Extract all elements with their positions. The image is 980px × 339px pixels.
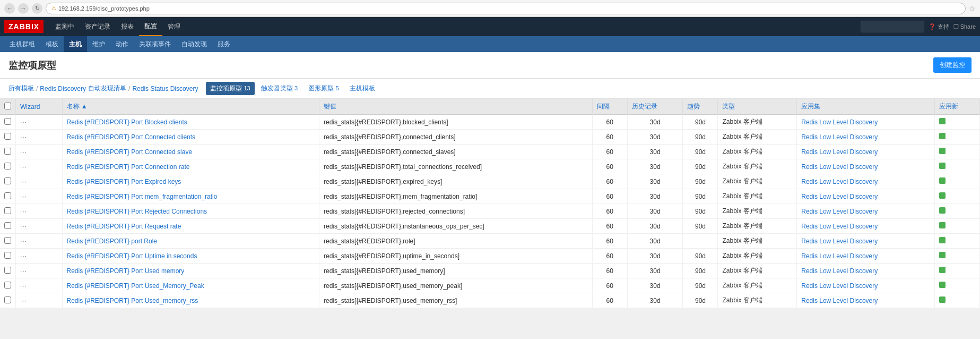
nav-config[interactable]: 配置 xyxy=(139,17,162,36)
tab-monitor-prototype[interactable]: 监控项原型 13 xyxy=(206,82,255,95)
row-checkbox[interactable] xyxy=(4,177,11,184)
row-name-link[interactable]: Redis {#REDISPORT} Port Rejected Connect… xyxy=(67,208,207,215)
row-name-link[interactable]: Redis {#REDISPORT} Port Used memory xyxy=(67,267,185,275)
url-bar[interactable]: ⚠ 192.168.2.159/disc_prototypes.php xyxy=(46,3,966,14)
row-app-group-cell: Redis Low Level Discovery xyxy=(797,219,934,234)
sec-nav-host-groups[interactable]: 主机群组 xyxy=(4,36,40,52)
nav-assets[interactable]: 资产记录 xyxy=(80,17,116,36)
row-name-link[interactable]: Redis {#REDISPORT} Port Connected slave xyxy=(67,148,193,156)
row-checkbox[interactable] xyxy=(4,192,11,199)
row-name-link[interactable]: Redis {#REDISPORT} Port Used_Memory_Peak xyxy=(67,282,204,290)
top-search-input[interactable] xyxy=(861,21,924,32)
sec-nav-templates[interactable]: 模板 xyxy=(40,36,64,52)
row-type-value: Zabbix 客户端 xyxy=(722,163,762,170)
row-key-value: redis_stats[{#REDISPORT},used_memory] xyxy=(324,267,445,275)
row-type-value: Zabbix 客户端 xyxy=(722,237,762,244)
row-name-cell: Redis {#REDISPORT} port Role xyxy=(62,234,319,249)
tab-trigger-type[interactable]: 触发器类型 3 xyxy=(257,82,302,95)
row-name-link[interactable]: Redis {#REDISPORT} port Role xyxy=(67,238,158,245)
row-name-link[interactable]: Redis {#REDISPORT} Port mem_fragmentatio… xyxy=(67,193,218,200)
bc-auto-discovery-list[interactable]: 自动发现清单 xyxy=(88,84,126,93)
sec-nav-correlations[interactable]: 关联项事件 xyxy=(134,36,176,52)
row-checkbox-cell xyxy=(0,234,16,249)
row-app-group-link[interactable]: Redis Low Level Discovery xyxy=(801,133,878,141)
row-checkbox-cell xyxy=(0,264,16,278)
row-checkbox[interactable] xyxy=(4,282,11,289)
back-button[interactable]: ← xyxy=(4,3,15,14)
bookmark-star-icon[interactable]: ☆ xyxy=(969,4,976,13)
row-checkbox[interactable] xyxy=(4,237,11,244)
row-name-link[interactable]: Redis {#REDISPORT} Port Connection rate xyxy=(67,163,190,171)
row-checkbox[interactable] xyxy=(4,133,11,140)
sec-nav-maintenance[interactable]: 维护 xyxy=(87,36,110,52)
row-action-dots[interactable]: ··· xyxy=(20,208,27,215)
row-app-group-link[interactable]: Redis Low Level Discovery xyxy=(801,193,878,200)
create-button[interactable]: 创建监控 xyxy=(933,57,972,73)
bc-redis-status-discovery[interactable]: Redis Status Discovery xyxy=(132,85,198,92)
col-name[interactable]: 名称 ▲ xyxy=(62,99,319,115)
row-app-group-link[interactable]: Redis Low Level Discovery xyxy=(801,267,878,275)
row-checkbox[interactable] xyxy=(4,296,11,303)
row-app-group-link[interactable]: Redis Low Level Discovery xyxy=(801,163,878,171)
sec-nav-hosts[interactable]: 主机 xyxy=(64,36,87,52)
share-link[interactable]: ❐ Share xyxy=(953,23,976,30)
row-name-link[interactable]: Redis {#REDISPORT} Port Connected client… xyxy=(67,133,196,141)
table-row: ··· Redis {#REDISPORT} Port Request rate… xyxy=(0,219,980,234)
row-checkbox[interactable] xyxy=(4,267,11,274)
row-name-link[interactable]: Redis {#REDISPORT} Port Blocked clients xyxy=(67,118,187,126)
forward-button[interactable]: → xyxy=(18,3,29,14)
row-app-group-link[interactable]: Redis Low Level Discovery xyxy=(801,252,878,260)
nav-reports[interactable]: 报表 xyxy=(116,17,139,36)
row-action-dots[interactable]: ··· xyxy=(20,282,27,290)
row-action-dots[interactable]: ··· xyxy=(20,178,27,185)
row-name-cell: Redis {#REDISPORT} Port mem_fragmentatio… xyxy=(62,189,319,204)
row-action-dots[interactable]: ··· xyxy=(20,267,27,275)
row-interval-value: 60 xyxy=(606,163,613,171)
row-name-link[interactable]: Redis {#REDISPORT} Port Request rate xyxy=(67,223,181,230)
sec-nav-actions[interactable]: 动作 xyxy=(110,36,134,52)
row-checkbox[interactable] xyxy=(4,118,11,125)
row-app-group-link[interactable]: Redis Low Level Discovery xyxy=(801,178,878,185)
tab-host-template[interactable]: 主机模板 xyxy=(345,82,379,95)
support-link[interactable]: ❓ 支持 xyxy=(929,23,949,31)
row-checkbox[interactable] xyxy=(4,252,11,259)
tab-graph-prototype[interactable]: 图形原型 5 xyxy=(304,82,343,95)
nav-monitor[interactable]: 监测中 xyxy=(50,17,80,36)
row-action-dots[interactable]: ··· xyxy=(20,148,27,156)
bc-redis-discovery[interactable]: Redis Discovery xyxy=(40,85,86,92)
green-indicator xyxy=(939,118,946,124)
select-all-checkbox[interactable] xyxy=(4,103,11,109)
row-action-dots[interactable]: ··· xyxy=(20,252,27,260)
table-row: ··· Redis {#REDISPORT} Port Used memory … xyxy=(0,264,980,278)
row-checkbox-cell xyxy=(0,130,16,145)
row-app-group-link[interactable]: Redis Low Level Discovery xyxy=(801,297,878,304)
row-action-dots[interactable]: ··· xyxy=(20,133,27,141)
row-action-dots[interactable]: ··· xyxy=(20,118,27,126)
row-checkbox[interactable] xyxy=(4,163,11,170)
sec-nav-services[interactable]: 服务 xyxy=(212,36,236,52)
row-app-group-link[interactable]: Redis Low Level Discovery xyxy=(801,208,878,215)
nav-admin[interactable]: 管理 xyxy=(162,17,186,36)
refresh-button[interactable]: ↻ xyxy=(32,3,42,14)
row-interval-value: 60 xyxy=(606,297,613,304)
row-dots-cell: ··· xyxy=(16,249,63,264)
row-action-dots[interactable]: ··· xyxy=(20,193,27,200)
row-name-link[interactable]: Redis {#REDISPORT} Port Used_memory_rss xyxy=(67,297,198,304)
row-action-dots[interactable]: ··· xyxy=(20,297,27,304)
row-action-dots[interactable]: ··· xyxy=(20,223,27,230)
row-type-value: Zabbix 客户端 xyxy=(722,192,762,200)
row-checkbox[interactable] xyxy=(4,222,11,229)
row-action-dots[interactable]: ··· xyxy=(20,238,27,245)
bc-all-templates[interactable]: 所有模板 xyxy=(8,84,34,93)
row-app-group-link[interactable]: Redis Low Level Discovery xyxy=(801,148,878,156)
sec-nav-discovery[interactable]: 自动发现 xyxy=(176,36,212,52)
row-checkbox[interactable] xyxy=(4,207,11,214)
row-action-dots[interactable]: ··· xyxy=(20,163,27,171)
row-checkbox[interactable] xyxy=(4,148,11,155)
row-name-link[interactable]: Redis {#REDISPORT} Port Expired keys xyxy=(67,178,181,185)
row-app-group-link[interactable]: Redis Low Level Discovery xyxy=(801,118,878,126)
row-app-group-link[interactable]: Redis Low Level Discovery xyxy=(801,223,878,230)
row-app-group-link[interactable]: Redis Low Level Discovery xyxy=(801,238,878,245)
row-name-link[interactable]: Redis {#REDISPORT} Port Uptime in second… xyxy=(67,252,197,260)
row-app-group-link[interactable]: Redis Low Level Discovery xyxy=(801,282,878,290)
